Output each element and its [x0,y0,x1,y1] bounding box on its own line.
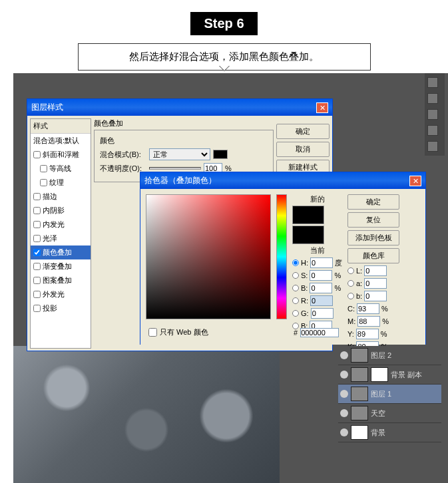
hex-input[interactable] [300,328,339,337]
web-only-checkbox[interactable] [148,328,157,337]
blend-options-default[interactable]: 混合选项:默认 [31,134,91,148]
checkbox[interactable] [33,305,41,312]
style-item[interactable]: 描边 [31,190,91,204]
checkbox[interactable] [33,151,41,158]
step-badge: Step 6 [190,12,257,35]
checkbox[interactable] [33,221,41,228]
opacity-slider[interactable] [149,167,201,170]
color-picker-dialog: 拾色器（叠加颜色） ✕ 新的 当前 H:度 S:% B:% R: G: B: [140,172,426,345]
current-color-swatch[interactable] [292,226,324,244]
style-item[interactable]: 斜面和浮雕 [31,148,91,162]
eye-icon[interactable] [340,428,348,436]
tool-icon[interactable] [427,93,438,104]
eye-icon[interactable] [340,390,348,398]
add-swatch-button[interactable]: 添加到色板 [347,230,399,245]
reset-button[interactable]: 复位 [347,212,399,228]
layer-row[interactable]: 图层 1 [338,385,441,404]
close-icon[interactable]: ✕ [409,176,421,186]
blend-mode-select[interactable]: 正常 [149,148,210,160]
ok-button[interactable]: 确定 [276,124,330,139]
color-field[interactable] [146,194,271,319]
color-label: 颜色 [100,136,268,146]
ok-button[interactable]: 确定 [347,194,399,210]
tool-icon[interactable] [427,125,438,136]
mask-thumb [371,367,388,382]
tool-icon[interactable] [427,141,438,152]
layer-row[interactable]: 背景 [338,423,441,442]
titlebar[interactable]: 拾色器（叠加颜色） ✕ [140,172,425,189]
r-input[interactable] [310,295,333,306]
layer-row[interactable]: 背景 副本 [338,365,441,385]
style-item-color-overlay[interactable]: 颜色叠加 [31,245,91,259]
h-radio[interactable] [292,259,299,266]
style-item[interactable]: 渐变叠加 [31,259,91,273]
layer-thumb [351,348,368,363]
new-label: 新的 [292,194,342,204]
style-item[interactable]: 投影 [31,301,91,315]
s-radio[interactable] [292,272,299,279]
tool-icon[interactable] [427,77,438,88]
blend-mode-label: 混合模式(B): [100,150,146,160]
tool-icon[interactable] [427,109,438,120]
style-item[interactable]: 纹理 [31,176,91,190]
checkbox[interactable] [33,291,41,298]
style-item[interactable]: 外发光 [31,287,91,301]
layer-thumb [351,387,368,401]
layer-thumb [351,406,368,420]
g-input[interactable] [311,308,334,319]
color-swatch[interactable] [213,150,228,159]
s-input[interactable] [310,270,332,281]
right-toolbar [425,73,445,156]
layer-row[interactable]: 图层 2 [338,346,441,365]
r-radio[interactable] [292,297,299,304]
checkbox[interactable] [40,179,47,186]
eye-icon[interactable] [340,409,348,417]
style-item[interactable]: 内阴影 [31,204,91,218]
layer-row[interactable]: 天空 [338,404,441,423]
checkbox[interactable] [33,277,41,284]
l-radio[interactable] [347,267,354,274]
dialog-title: 图层样式 [31,102,63,113]
eye-icon[interactable] [340,371,348,379]
titlebar[interactable]: 图层样式 ✕ [27,99,332,116]
checkbox[interactable] [40,165,47,172]
checkbox[interactable] [33,249,41,256]
layers-panel: 图层 2 背景 副本 图层 1 天空 背景 [338,346,441,442]
styles-list: 样式 混合选项:默认 斜面和浮雕 等高线 纹理 描边 内阴影 内发光 光泽 颜色… [30,118,91,349]
checkbox[interactable] [33,263,41,270]
lab-b-input[interactable] [364,291,387,301]
bh-input[interactable] [310,283,332,293]
l-input[interactable] [364,265,387,276]
g-radio[interactable] [292,310,299,317]
layer-thumb [351,425,368,440]
style-item[interactable]: 光泽 [31,232,91,245]
style-item[interactable]: 内发光 [31,218,91,232]
lab-b-radio[interactable] [347,293,354,299]
web-only-label: 只有 Web 颜色 [160,327,208,337]
dialog-title: 拾色器（叠加颜色） [144,175,216,186]
new-color-swatch [292,206,324,224]
styles-list-title: 样式 [31,119,91,134]
close-icon[interactable]: ✕ [316,102,328,113]
group-title: 颜色叠加 [94,118,274,128]
layer-thumb [351,367,368,382]
y-input[interactable] [356,329,379,339]
h-input[interactable] [310,257,333,268]
c-input[interactable] [357,303,379,314]
a-input[interactable] [364,278,387,289]
style-item[interactable]: 图案叠加 [31,273,91,287]
checkbox[interactable] [33,207,41,214]
color-library-button[interactable]: 颜色库 [347,248,399,263]
hue-slider[interactable] [276,194,287,319]
checkbox[interactable] [33,193,41,200]
b-radio[interactable] [292,285,299,291]
m-input[interactable] [357,316,380,327]
a-radio[interactable] [347,280,354,287]
canvas-image [13,346,280,483]
checkbox[interactable] [33,235,41,242]
eye-icon[interactable] [340,351,348,359]
style-item[interactable]: 等高线 [31,162,91,176]
instruction-text: 然后选择好混合选项，添加黑色颜色叠加。 [78,43,371,71]
current-label: 当前 [292,245,342,255]
cancel-button[interactable]: 取消 [276,142,330,157]
